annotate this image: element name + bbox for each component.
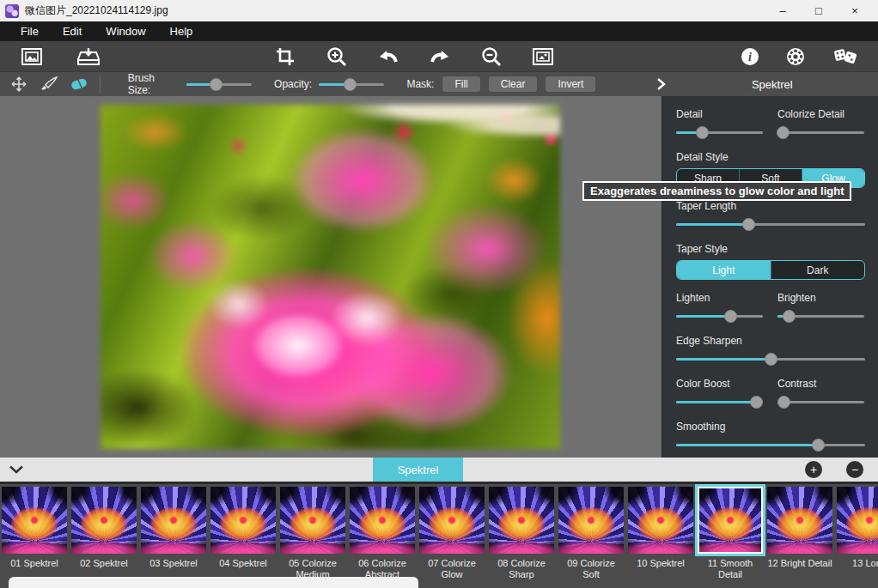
preset-label: 03 Spektrel [141,558,206,569]
svg-text:i: i [748,51,752,64]
zoom-in-icon[interactable] [320,41,354,72]
preset-item[interactable]: 05 Colorize Medium [280,487,345,580]
preset-item[interactable]: 04 Spektrel [210,487,276,580]
main-toolbar: i [0,41,878,72]
taper-length-label: Taper Length [676,200,864,212]
preset-thumbnail [837,487,878,554]
opacity-slider[interactable] [319,77,384,91]
collapse-chevron-down-icon[interactable] [7,461,26,478]
close-button[interactable]: × [840,2,869,20]
window-controls: – □ × [768,2,869,20]
preset-thumbnail [695,484,765,556]
settings-gear-icon[interactable] [778,41,813,72]
preset-item[interactable]: 09 Colorize Soft [558,487,624,580]
preset-thumbnail [71,487,137,554]
brighten-slider[interactable] [777,309,864,323]
edge-sharpen-slider[interactable] [676,352,865,366]
fit-view-icon[interactable] [526,41,560,72]
brush-toolbar: Brush Size: Opacity: Mask: Fill Clear In… [0,72,878,96]
preset-label: 08 Colorize Sharp [489,558,554,580]
randomize-dice-icon[interactable] [828,41,863,72]
window-title: 微信图片_20221024114129.jpg [25,3,768,18]
brush-icon[interactable] [34,72,64,96]
preset-thumbnail [558,487,624,554]
pan-icon[interactable] [3,72,34,96]
preset-item[interactable]: 03 Spektrel [141,487,206,580]
info-icon[interactable]: i [733,41,767,72]
preset-item[interactable]: 12 Bright Detail [767,487,832,580]
menu-window[interactable]: Window [94,21,157,41]
menu-file[interactable]: File [9,21,51,41]
expand-chevron-icon[interactable] [655,78,666,90]
eraser-icon[interactable] [64,72,94,96]
mask-fill-button[interactable]: Fill [442,76,479,92]
preset-label: 11 Smooth Detail [698,558,763,580]
edge-sharpen-label: Edge Sharpen [676,335,864,347]
preset-label: 10 Spektrel [628,558,693,569]
preset-item[interactable]: 06 Colorize Abstract [350,487,415,580]
preset-strip: 01 Spektrel 02 Spektrel 03 Spektrel 04 S… [0,482,878,588]
preset-bar: Spektrel + − [0,458,878,482]
preset-label: 13 Long [837,558,878,569]
taper-length-slider[interactable] [676,217,865,231]
preset-label: 07 Colorize Glow [419,558,485,580]
colorize-detail-slider[interactable] [777,125,864,139]
crop-icon[interactable] [268,41,302,72]
smoothing-label: Smoothing [676,421,864,433]
preset-item[interactable]: 02 Spektrel [71,487,137,580]
glow-tooltip: Exaggerates dreaminess to glow color and… [582,181,851,201]
preset-item[interactable]: 11 Smooth Detail [698,487,763,580]
redo-icon[interactable] [423,41,457,72]
lighten-slider[interactable] [676,309,763,323]
detail-style-label: Detail Style [676,151,864,163]
save-icon[interactable] [71,41,106,72]
add-preset-button[interactable]: + [805,461,822,478]
workspace: Detail Colorize Detail Detail Style Shar… [0,96,878,458]
brush-size-slider[interactable] [186,77,252,91]
brush-size-label: Brush Size: [128,72,180,96]
preset-thumbnail [2,487,67,554]
color-boost-slider[interactable] [676,395,763,409]
detail-label: Detail [676,108,763,120]
menu-edit[interactable]: Edit [51,21,94,41]
color-boost-label: Color Boost [676,378,763,390]
horizontal-scrollbar-thumb[interactable] [9,577,418,588]
preset-label: 01 Spektrel [2,558,67,569]
brighten-label: Brighten [777,292,864,304]
edited-image-canvas[interactable] [101,105,560,449]
taper-style-light[interactable]: Light [677,261,771,279]
preset-category-tab[interactable]: Spektrel [373,458,463,482]
mask-invert-button[interactable]: Invert [546,76,595,92]
maximize-button[interactable]: □ [804,2,833,20]
panel-title: Spektrel [666,78,878,91]
remove-preset-button[interactable]: − [846,461,863,478]
preset-item[interactable]: 01 Spektrel [2,487,67,580]
photo-icon[interactable] [15,41,49,72]
preset-thumbnail [419,487,485,554]
preset-label: 09 Colorize Soft [558,558,624,580]
contrast-label: Contrast [777,378,864,390]
preset-item[interactable]: 10 Spektrel [628,487,693,580]
preset-thumbnail [628,487,693,554]
app-window: 微信图片_20221024114129.jpg – □ × File Edit … [0,0,878,588]
preset-item[interactable]: 07 Colorize Glow [419,487,485,580]
undo-icon[interactable] [371,41,405,72]
detail-slider[interactable] [676,125,763,139]
app-icon [5,4,19,18]
divider [100,76,101,93]
opacity-label: Opacity: [274,78,312,90]
taper-style-label: Taper Style [676,243,864,255]
preset-item[interactable]: 08 Colorize Sharp [489,487,554,580]
taper-style-dark[interactable]: Dark [771,261,865,279]
menu-help[interactable]: Help [158,21,205,41]
taper-style-segmented: Light Dark [676,260,865,280]
preset-item[interactable]: 13 Long [837,487,878,580]
canvas-area [0,96,662,458]
minimize-button[interactable]: – [768,2,797,20]
preset-thumbnail [280,487,345,554]
smoothing-slider[interactable] [676,438,865,452]
mask-clear-button[interactable]: Clear [489,76,538,92]
contrast-slider[interactable] [777,395,864,409]
zoom-out-icon[interactable] [474,41,509,72]
preset-thumbnail [767,487,832,554]
